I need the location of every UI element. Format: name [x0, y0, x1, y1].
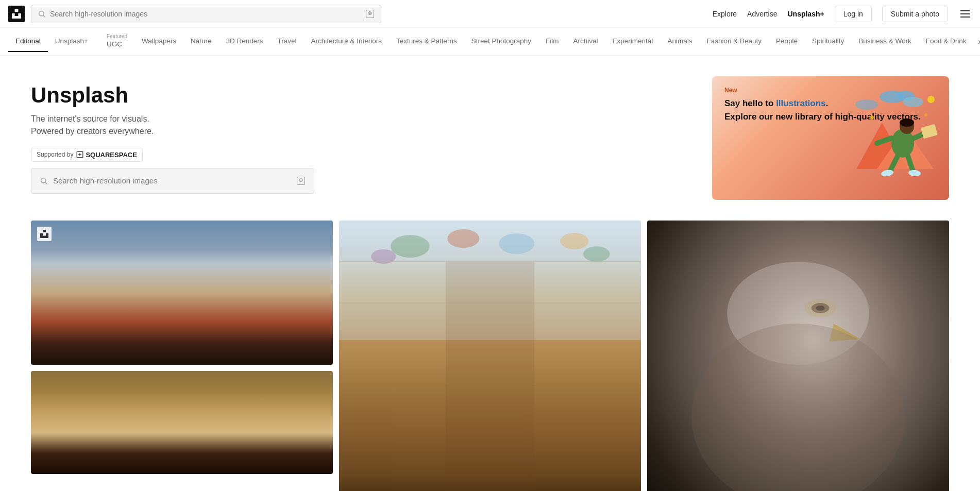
tab-architecture[interactable]: Architecture & Interiors — [304, 31, 389, 52]
tab-spirituality[interactable]: Spirituality — [805, 31, 851, 52]
svg-point-35 — [560, 233, 588, 249]
squarespace-logo: SQUARESPACE — [76, 151, 137, 159]
illustrations-banner[interactable]: New Say hello to Illustrations. Explore … — [712, 76, 949, 200]
svg-point-14 — [903, 97, 923, 107]
hamburger-menu[interactable] — [958, 8, 972, 20]
tab-editorial[interactable]: Editorial — [8, 31, 48, 52]
photo-col-2 — [339, 221, 641, 491]
search-input[interactable] — [50, 10, 361, 18]
header-search-bar[interactable] — [31, 5, 381, 23]
photo-col-1 — [31, 221, 333, 491]
unsplash-logo[interactable] — [8, 6, 25, 22]
tab-people[interactable]: People — [769, 31, 805, 52]
explore-link[interactable]: Explore — [713, 10, 737, 18]
svg-point-8 — [41, 178, 46, 182]
hero-title: Unsplash — [31, 83, 700, 108]
search-icon — [38, 10, 46, 18]
library-photo — [339, 221, 641, 491]
photo-mountain[interactable] — [31, 221, 333, 365]
svg-point-32 — [391, 235, 430, 258]
header-nav: Explore Advertise Unsplash+ Log in Submi… — [713, 6, 972, 22]
hero-search-bar[interactable] — [31, 168, 314, 194]
svg-point-4 — [369, 12, 370, 13]
photo-col-3 — [647, 221, 949, 491]
tab-unsplash-plus[interactable]: Unsplash+ — [48, 31, 95, 52]
svg-point-37 — [583, 246, 610, 262]
header: Explore Advertise Unsplash+ Log in Submi… — [0, 0, 980, 28]
svg-point-48 — [691, 324, 905, 491]
nav-chevron-right[interactable]: › — [974, 33, 980, 50]
unsplash-plus-link[interactable]: Unsplash+ — [787, 10, 824, 18]
photo-library[interactable] — [339, 221, 641, 491]
hero-left: Unsplash The internet's source for visua… — [31, 83, 700, 194]
tab-3d-renders[interactable]: 3D Renders — [219, 31, 271, 52]
building-photo — [31, 371, 333, 474]
category-nav: Editorial Unsplash+ FeaturedUGC Wallpape… — [0, 28, 980, 56]
tab-archival[interactable]: Archival — [566, 31, 605, 52]
svg-point-33 — [447, 229, 479, 248]
eagle-photo — [647, 221, 949, 491]
submit-photo-button[interactable]: Submit a photo — [882, 6, 948, 22]
svg-line-9 — [45, 182, 47, 184]
svg-rect-23 — [921, 124, 938, 139]
svg-rect-10 — [297, 177, 305, 184]
photo-eagle[interactable] — [647, 221, 949, 491]
svg-point-34 — [499, 233, 534, 254]
hero-lens-icon[interactable] — [296, 176, 306, 185]
tab-ugc[interactable]: FeaturedUGC — [99, 28, 134, 55]
advertise-link[interactable]: Advertise — [747, 10, 777, 18]
svg-point-20 — [900, 118, 914, 127]
tab-food[interactable]: Food & Drink — [919, 31, 974, 52]
login-button[interactable]: Log in — [835, 6, 872, 22]
tab-travel[interactable]: Travel — [271, 31, 304, 52]
hero-subtitle: The internet's source for visuals. Power… — [31, 113, 700, 138]
svg-rect-42 — [446, 262, 534, 491]
tab-textures[interactable]: Textures & Patterns — [389, 31, 464, 52]
mountain-photo — [31, 221, 333, 365]
hero-search-input[interactable] — [53, 176, 291, 185]
photo-building[interactable] — [31, 371, 333, 474]
hero-search-icon — [40, 177, 48, 185]
svg-point-15 — [855, 99, 878, 110]
illustrations-link[interactable]: Illustrations — [776, 98, 825, 108]
lens-icon[interactable] — [365, 9, 375, 19]
tab-fashion[interactable]: Fashion & Beauty — [699, 31, 769, 52]
tab-film[interactable]: Film — [538, 31, 566, 52]
tab-nature[interactable]: Nature — [183, 31, 219, 52]
tab-experimental[interactable]: Experimental — [605, 31, 661, 52]
tab-street-photography[interactable]: Street Photography — [464, 31, 538, 52]
supported-by-badge: Supported by SQUARESPACE — [31, 148, 143, 162]
svg-point-30 — [924, 113, 927, 116]
tab-animals[interactable]: Animals — [660, 31, 699, 52]
svg-point-0 — [39, 11, 44, 15]
svg-point-11 — [299, 178, 302, 181]
tab-business[interactable]: Business & Work — [851, 31, 919, 52]
hero-section: Unsplash The internet's source for visua… — [0, 56, 980, 221]
svg-line-1 — [43, 15, 45, 18]
svg-point-46 — [816, 306, 824, 311]
svg-point-29 — [870, 115, 874, 120]
unsplash-watermark — [37, 227, 52, 241]
svg-point-18 — [891, 129, 914, 158]
banner-illustration — [825, 76, 949, 200]
tab-wallpapers[interactable]: Wallpapers — [134, 31, 183, 52]
svg-point-28 — [927, 96, 935, 103]
photo-grid — [0, 221, 980, 491]
